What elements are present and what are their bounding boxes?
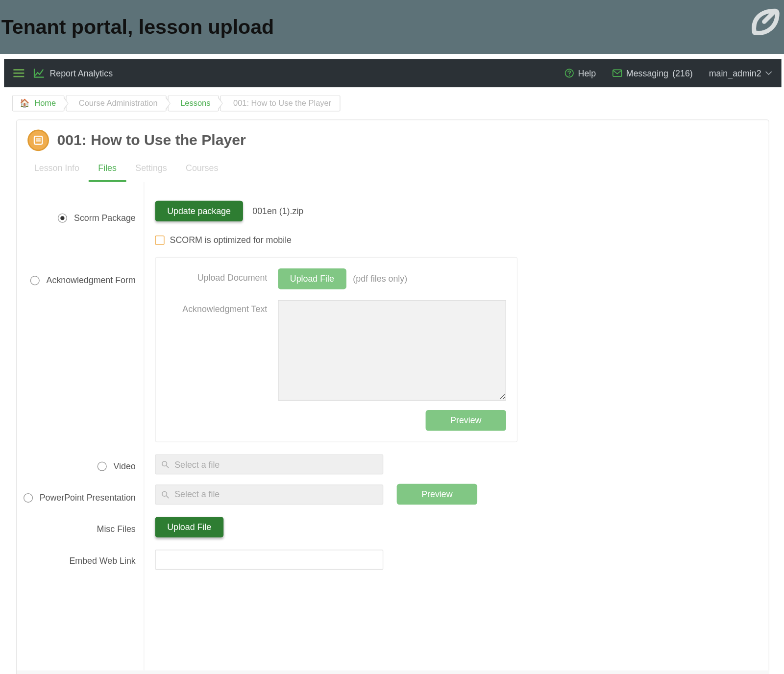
mail-icon (612, 69, 622, 77)
breadcrumb: 🏠 Home Course Administration Lessons 001… (0, 87, 784, 120)
breadcrumb-lessons-label: Lessons (180, 98, 210, 108)
scorm-mobile-row[interactable]: SCORM is optimized for mobile (155, 235, 758, 245)
tab-settings[interactable]: Settings (126, 156, 176, 182)
label-upload-document: Upload Document (167, 268, 268, 283)
breadcrumb-current: 001: How to Use the Player (220, 96, 340, 112)
label-scorm: Scorm Package (74, 213, 136, 223)
right-column: Update package 001en (1).zip SCORM is op… (145, 182, 769, 670)
home-icon: 🏠 (20, 98, 30, 108)
help-label: Help (578, 68, 596, 78)
menu-icon[interactable] (13, 69, 24, 77)
chart-line-icon (34, 69, 45, 78)
ppt-preview-button[interactable]: Preview (397, 484, 477, 505)
tabs: Lesson Info Files Settings Courses (17, 156, 768, 182)
messaging-count: (216) (672, 68, 693, 78)
tab-lesson-info[interactable]: Lesson Info (25, 156, 89, 182)
update-package-button[interactable]: Update package (155, 201, 243, 221)
scorm-row: Update package 001en (1).zip SCORM is op… (155, 201, 758, 245)
radio-ack[interactable] (30, 276, 40, 285)
svg-rect-2 (34, 136, 42, 144)
analytics-link[interactable]: Report Analytics (49, 68, 113, 78)
label-ack-text: Acknowledgment Text (167, 300, 268, 314)
option-ack[interactable]: Acknowledgment Form (17, 271, 135, 289)
messaging-link[interactable]: Messaging (216) (612, 68, 693, 78)
ack-text-textarea[interactable] (278, 300, 506, 401)
scorm-filename: 001en (1).zip (252, 206, 303, 217)
search-icon (161, 490, 169, 498)
breadcrumb-course-admin[interactable]: Course Administration (66, 96, 167, 112)
radio-scorm[interactable] (58, 214, 67, 223)
form-area: Scorm Package Acknowledgment Form Video … (17, 182, 768, 670)
tab-courses[interactable]: Courses (176, 156, 228, 182)
ppt-file-select[interactable]: Select a file (155, 484, 383, 504)
video-file-select[interactable]: Select a file (155, 454, 383, 474)
breadcrumb-lessons[interactable]: Lessons (168, 96, 219, 112)
ppt-row: Select a file Preview (155, 484, 758, 505)
label-misc: Misc Files (97, 524, 136, 534)
label-ack: Acknowledgment Form (47, 275, 136, 286)
breadcrumb-home[interactable]: 🏠 Home (12, 96, 65, 112)
user-menu[interactable]: main_admin2 (709, 68, 772, 78)
page-title: 001: How to Use the Player (57, 132, 245, 149)
top-nav: Report Analytics Help Messaging (216) ma… (4, 59, 781, 88)
ppt-placeholder: Select a file (174, 489, 220, 500)
embed-row (155, 550, 758, 570)
user-label: main_admin2 (709, 68, 761, 78)
label-scorm-mobile: SCORM is optimized for mobile (170, 235, 292, 245)
misc-upload-button[interactable]: Upload File (155, 517, 223, 537)
search-icon (161, 460, 169, 468)
option-scorm[interactable]: Scorm Package (17, 209, 135, 227)
row-misc: Misc Files (17, 520, 135, 538)
misc-row: Upload File (155, 517, 758, 537)
ack-upload-hint: (pdf files only) (353, 274, 407, 284)
tab-files[interactable]: Files (89, 156, 126, 182)
checkbox-scorm-mobile[interactable] (155, 235, 164, 244)
left-column: Scorm Package Acknowledgment Form Video … (17, 182, 144, 670)
hero-title: Tenant portal, lesson upload (0, 16, 274, 39)
breadcrumb-current-label: 001: How to Use the Player (233, 98, 331, 108)
card-header: 001: How to Use the Player (17, 120, 768, 156)
chevron-down-icon (765, 71, 772, 75)
embed-link-input[interactable] (155, 550, 383, 570)
svg-point-3 (162, 461, 167, 466)
label-video: Video (114, 461, 136, 471)
row-embed: Embed Web Link (17, 552, 135, 570)
radio-video[interactable] (98, 462, 107, 471)
radio-ppt[interactable] (24, 493, 33, 503)
lesson-card: 001: How to Use the Player Lesson Info F… (16, 120, 769, 674)
ack-preview-button[interactable]: Preview (426, 410, 506, 431)
svg-point-4 (162, 491, 167, 496)
breadcrumb-home-label: Home (34, 98, 56, 108)
video-placeholder: Select a file (174, 459, 220, 470)
label-ppt: PowerPoint Presentation (40, 493, 136, 503)
lesson-icon (27, 129, 49, 151)
ack-upload-button[interactable]: Upload File (278, 268, 346, 289)
messaging-label: Messaging (626, 68, 668, 78)
option-video[interactable]: Video (17, 457, 135, 475)
hero-strip: Tenant portal, lesson upload (0, 0, 784, 54)
option-ppt[interactable]: PowerPoint Presentation (17, 488, 135, 506)
help-link[interactable]: Help (564, 68, 596, 78)
label-embed: Embed Web Link (69, 555, 135, 566)
help-icon (564, 69, 574, 78)
ack-box: Upload Document Upload File (pdf files o… (155, 257, 517, 442)
brand-leaf-icon (748, 5, 783, 40)
breadcrumb-course-admin-label: Course Administration (79, 98, 158, 108)
card-footer: Back Next Cancel (17, 671, 768, 674)
